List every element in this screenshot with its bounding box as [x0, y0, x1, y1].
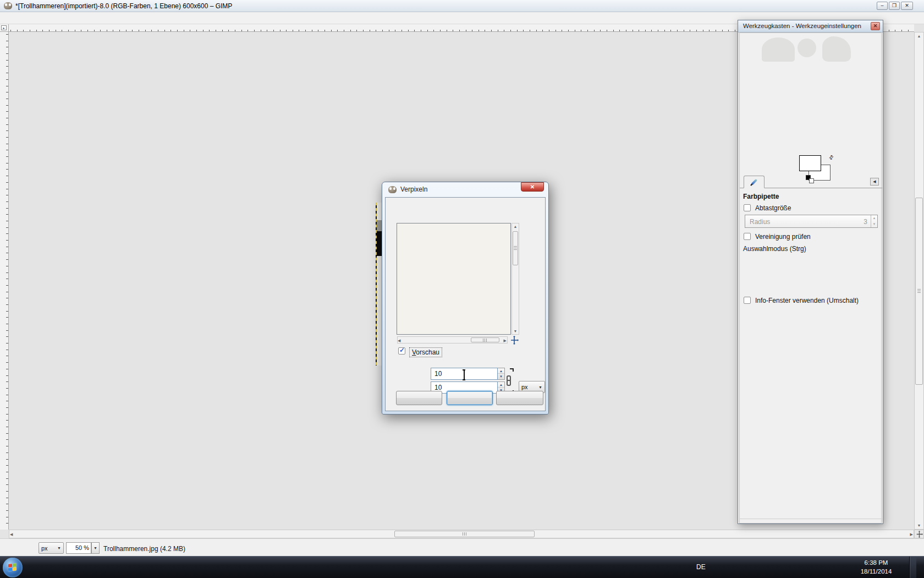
preview-checkbox-label[interactable]: Vorschau	[409, 347, 442, 357]
scroll-up-icon[interactable]: ▲	[915, 33, 923, 39]
gimp-app-icon	[4, 2, 12, 9]
toolbox-titlebar[interactable]: Werkzeugkasten - Werkzeugeinstellungen	[738, 20, 883, 32]
start-button[interactable]	[3, 558, 23, 577]
scroll-down-icon[interactable]: ▼	[915, 522, 923, 528]
preview-vthumb[interactable]	[513, 231, 518, 265]
dialog-wilber-icon	[388, 186, 397, 193]
clock[interactable]: 6:38 PM 18/11/2014	[853, 558, 900, 576]
preview-checkbox[interactable]	[398, 347, 405, 355]
canvas-vscrollbar[interactable]: ▲ ▼	[914, 32, 924, 530]
help-button[interactable]	[396, 391, 442, 405]
swap-colors-icon[interactable]: ⇄	[827, 154, 835, 161]
preview-vscrollbar[interactable]: ▲ ▼	[512, 223, 519, 335]
radius-slider[interactable]: Radius 3 ▲▼	[745, 215, 878, 228]
scroll-right-icon[interactable]: ▶	[910, 531, 913, 537]
toolbox-body: ⇄ ◀ Farbpipette Abtastgröße Radius 3 ▲▼ …	[739, 32, 882, 524]
sample-average-label: Abtastgröße	[755, 204, 791, 212]
zoom-value[interactable]: 50 %	[66, 542, 91, 554]
dialog-title: Verpixeln	[400, 186, 427, 193]
radius-spinner[interactable]: ▲▼	[871, 215, 877, 227]
tool-options-tabstrip: ◀	[740, 175, 882, 188]
tab-collapse-button[interactable]: ◀	[870, 178, 879, 186]
tool-grid	[745, 51, 882, 139]
info-window-label: Info-Fenster verwenden (Umschalt)	[755, 297, 859, 304]
close-button[interactable]: ✕	[901, 2, 913, 10]
windows-logo-icon	[8, 563, 17, 572]
preview-hscrollbar[interactable]: ◀ ▶	[397, 336, 508, 343]
maximize-button[interactable]: ❐	[889, 2, 900, 10]
unit-combo[interactable]: px▼	[38, 542, 64, 554]
layer-boundary	[376, 203, 377, 366]
toolbox-close-button[interactable]: ✕	[871, 22, 880, 30]
clock-date: 18/11/2014	[853, 567, 900, 576]
cancel-button[interactable]	[496, 391, 543, 405]
minimize-button[interactable]: –	[877, 2, 888, 10]
preview-pan-icon[interactable]	[510, 336, 519, 345]
ruler-corner-button[interactable]: ▸	[0, 24, 9, 32]
image-menu-icon: ▸	[1, 25, 7, 30]
scroll-left-icon[interactable]: ◀	[398, 337, 400, 343]
dialog-body: ▲ ▼ ◀ ▶ Vorschau 10 ▲▼ 10 ▲▼ px▼	[385, 197, 546, 411]
radius-value: 3	[864, 218, 867, 226]
preview-frame	[397, 223, 511, 335]
show-desktop-button[interactable]	[909, 557, 916, 578]
scroll-right-icon[interactable]: ▶	[504, 337, 507, 343]
image-edge-sliver	[377, 203, 382, 366]
tab-color-picker-options[interactable]	[744, 176, 765, 188]
pixelize-dialog: Verpixeln ✕ ▲ ▼ ◀ ▶ Vorschau 10 ▲▼	[382, 182, 549, 415]
pan-icon	[916, 531, 923, 538]
toolbox-footer	[740, 519, 882, 538]
vscroll-thumb[interactable]	[915, 198, 923, 385]
preview-hthumb[interactable]	[471, 337, 499, 342]
preview-image[interactable]	[397, 223, 510, 334]
canvas-pan-button[interactable]	[914, 530, 924, 538]
pipette-tab-icon	[751, 179, 757, 185]
dialog-close-button[interactable]: ✕	[521, 182, 544, 192]
chain-link-toggle[interactable]	[506, 368, 514, 394]
sample-merged-label: Vereinigung prüfen	[755, 233, 811, 241]
vertical-ruler[interactable]	[0, 32, 9, 530]
chevron-down-icon: ▼	[538, 385, 542, 389]
toolbox-title: Werkzeugkasten - Werkzeugeinstellungen	[743, 23, 861, 29]
taskbar: DE 6:38 PM 18/11/2014	[0, 556, 924, 578]
sample-merged-checkbox[interactable]	[744, 233, 751, 240]
language-indicator[interactable]: DE	[696, 563, 706, 571]
hscroll-thumb[interactable]	[394, 531, 535, 537]
ibeam-cursor	[461, 369, 466, 380]
window-title: *[Trollhammeren](importiert)-8.0 (RGB-Fa…	[15, 2, 232, 10]
radius-label: Radius	[750, 218, 770, 226]
window-titlebar: *[Trollhammeren](importiert)-8.0 (RGB-Fa…	[0, 0, 924, 12]
section-title: Farbpipette	[743, 193, 779, 200]
status-text: Trollhammeren.jpg (4.2 MB)	[103, 545, 185, 553]
scroll-down-icon[interactable]: ▼	[512, 328, 519, 334]
pick-mode-label: Auswahlmodus (Strg)	[743, 245, 806, 253]
statusbar: px▼ 50 % ▼ Trollhammeren.jpg (4.2 MB)	[0, 538, 924, 556]
info-window-checkbox[interactable]	[744, 297, 751, 304]
clock-time: 6:38 PM	[853, 558, 900, 567]
ok-button[interactable]	[447, 391, 493, 405]
toolbox-window: Werkzeugkasten - Werkzeugeinstellungen ✕…	[738, 20, 883, 524]
chevron-down-icon: ▼	[57, 546, 61, 550]
screen: *[Trollhammeren](importiert)-8.0 (RGB-Fa…	[0, 0, 924, 578]
scroll-left-icon[interactable]: ◀	[10, 531, 13, 537]
zoom-dropdown-icon[interactable]: ▼	[91, 542, 100, 554]
scroll-up-icon[interactable]: ▲	[512, 223, 519, 230]
sample-average-checkbox[interactable]	[744, 204, 751, 211]
pixel-width-spinner[interactable]: ▲▼	[498, 368, 505, 380]
foreground-color-swatch[interactable]	[799, 155, 821, 171]
